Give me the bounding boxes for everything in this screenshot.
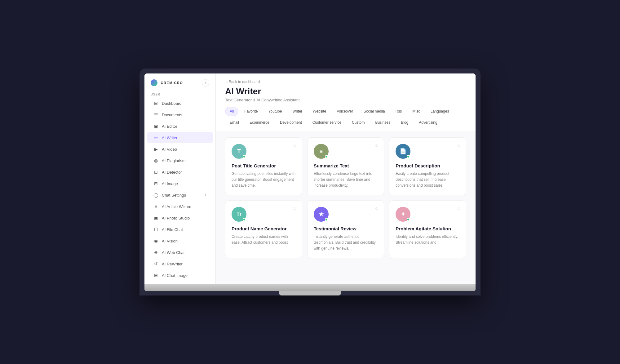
card-icon-post-title-generator: T — [232, 144, 246, 159]
logo-text: CREMICRO — [161, 81, 183, 85]
card-desc-product-description: Easily create compelling product descrip… — [396, 171, 460, 189]
sidebar-item-ai-plagiarism[interactable]: ◎ AI Plagiarism — [147, 155, 213, 166]
sidebar-item-ai-file-chat[interactable]: ☐ AI File Chat — [147, 224, 213, 235]
nav-icon-ai-vision: ◉ — [153, 238, 159, 244]
nav-icon-ai-chat-image: ⊞ — [153, 273, 159, 278]
tab-writer[interactable]: Writer — [288, 107, 307, 116]
card-active-dot-product-name-generator — [243, 218, 246, 221]
tab-languages[interactable]: Languages — [426, 107, 454, 116]
card-summarize-text[interactable]: ☆ ≡ Summarize Text Effortlessly condense… — [307, 137, 384, 195]
nav-label-ai-plagiarism: AI Plagiarism — [162, 158, 186, 163]
tab-customer-service[interactable]: Customer service — [308, 118, 346, 127]
laptop-screen: CREMICRO < USER ⊞ Dashboard ☰ Documents … — [144, 73, 476, 284]
card-active-dot-problem-agitate-solution — [407, 218, 410, 221]
card-post-title-generator[interactable]: ☆ T Post Title Generator Get captivating… — [225, 137, 302, 195]
card-title-post-title-generator: Post Title Generator — [232, 163, 296, 168]
card-icon-testimonial-review: ★ — [314, 207, 329, 222]
nav-label-ai-writer: AI Writer — [162, 135, 177, 140]
nav-label-ai-file-chat: AI File Chat — [162, 227, 183, 232]
nav-plus-chat-settings[interactable]: + — [204, 192, 207, 198]
favorite-star-problem-agitate-solution[interactable]: ☆ — [457, 206, 461, 211]
back-link[interactable]: ‹ Back to dashboard — [225, 80, 466, 84]
page-title: AI Writer — [225, 87, 466, 96]
tab-website[interactable]: Website — [308, 107, 331, 116]
card-product-name-generator[interactable]: ☆ Tr Product Name Generator Create catch… — [225, 200, 302, 258]
tabs-row-1: AllFavoriteYoutubeWriterWebsiteVoiceover… — [225, 107, 466, 116]
card-title-product-description: Product Description — [396, 163, 460, 168]
card-icon-product-name-generator: Tr — [232, 207, 246, 222]
sidebar-item-ai-rewriter[interactable]: ↺ AI ReWriter — [147, 258, 213, 269]
tab-rss[interactable]: Rss — [391, 107, 407, 116]
sidebar-item-ai-vision[interactable]: ◉ AI Vision — [147, 235, 213, 246]
favorite-star-product-name-generator[interactable]: ☆ — [293, 206, 297, 211]
card-title-product-name-generator: Product Name Generator — [232, 226, 296, 231]
sidebar-item-ai-detector[interactable]: ⊡ AI Detector — [147, 166, 213, 178]
sidebar-item-ai-web-chat[interactable]: ⊕ AI Web Chat — [147, 247, 213, 258]
card-desc-problem-agitate-solution: Identify and solve problems efficiently.… — [396, 234, 460, 246]
nav-icon-ai-file-chat: ☐ — [153, 227, 159, 232]
sidebar-collapse-button[interactable]: < — [202, 79, 209, 87]
tab-youtube[interactable]: Youtube — [264, 107, 287, 116]
sidebar-item-ai-video[interactable]: ▶ AI Video — [147, 144, 213, 155]
back-arrow-icon: ‹ — [226, 80, 228, 84]
nav-icon-ai-photo-studio: ▣ — [153, 215, 159, 221]
tab-development[interactable]: Development — [275, 118, 307, 127]
favorite-star-post-title-generator[interactable]: ☆ — [293, 143, 297, 149]
tab-social-media[interactable]: Social media — [359, 107, 390, 116]
card-problem-agitate-solution[interactable]: ☆ ✦ Problem Agitate Solution Identify an… — [389, 200, 466, 258]
favorite-star-testimonial-review[interactable]: ☆ — [374, 206, 379, 211]
nav-icon-ai-video: ▶ — [153, 146, 159, 152]
tab-voiceover[interactable]: Voiceover — [332, 107, 358, 116]
card-desc-summarize-text: Effortlessly condense large text into sh… — [314, 171, 378, 189]
card-desc-testimonial-review: Instantly generate authentic testimonial… — [314, 234, 378, 252]
nav-label-ai-image: AI Image — [162, 181, 178, 186]
sidebar-item-chat-settings[interactable]: ◯ Chat Settings + — [147, 189, 213, 201]
nav-icon-ai-writer: ✏ — [153, 135, 159, 140]
tab-all[interactable]: All — [225, 107, 238, 116]
sidebar-item-ai-article-wizard[interactable]: ≡ AI Article Wizard — [147, 201, 213, 212]
card-desc-post-title-generator: Get captivating post titles instantly wi… — [232, 171, 296, 189]
sidebar-item-ai-writer[interactable]: ✏ AI Writer — [147, 132, 213, 143]
nav-icon-documents: ☰ — [153, 112, 159, 118]
card-testimonial-review[interactable]: ☆ ★ Testimonial Review Instantly generat… — [307, 200, 384, 258]
nav-label-dashboard: Dashboard — [162, 101, 182, 106]
nav-icon-ai-article-wizard: ≡ — [153, 204, 159, 209]
main-content: ‹ Back to dashboard AI Writer Text Gener… — [216, 73, 476, 284]
sidebar-item-ai-editor[interactable]: ▣ AI Editor — [147, 121, 213, 132]
nav-label-chat-settings: Chat Settings — [162, 193, 186, 198]
nav-icon-chat-settings: ◯ — [153, 192, 159, 198]
sidebar-item-ai-photo-studio[interactable]: ▣ AI Photo Studio — [147, 212, 213, 224]
card-product-description[interactable]: ☆ 📄 Product Description Easily create co… — [389, 137, 466, 195]
nav-label-ai-web-chat: AI Web Chat — [162, 250, 184, 255]
logo: CREMICRO — [151, 79, 183, 86]
tab-misc[interactable]: Misc — [408, 107, 425, 116]
tabs-container: AllFavoriteYoutubeWriterWebsiteVoiceover… — [225, 107, 466, 131]
tab-favorite[interactable]: Favorite — [240, 107, 262, 116]
nav-label-ai-vision: AI Vision — [162, 239, 178, 243]
back-link-text: Back to dashboard — [229, 80, 260, 84]
tab-custom[interactable]: Custom — [347, 118, 369, 127]
cards-section: ☆ T Post Title Generator Get captivating… — [216, 131, 476, 264]
card-active-dot-summarize-text — [325, 155, 328, 158]
tab-business[interactable]: Business — [370, 118, 395, 127]
sidebar-item-dashboard[interactable]: ⊞ Dashboard — [147, 98, 213, 109]
nav-label-ai-photo-studio: AI Photo Studio — [162, 216, 190, 220]
laptop-bottom — [144, 284, 476, 291]
nav-items-container: ⊞ Dashboard ☰ Documents ▣ AI Editor ✏ AI… — [144, 97, 215, 281]
favorite-star-product-description[interactable]: ☆ — [457, 143, 461, 149]
sidebar-item-ai-chat-image[interactable]: ⊞ AI Chat Image — [147, 270, 213, 281]
sidebar-item-ai-image[interactable]: ⊞ AI Image — [147, 178, 213, 189]
tab-ecommerce[interactable]: Ecommerce — [245, 118, 274, 127]
nav-icon-ai-image: ⊞ — [153, 181, 159, 186]
sidebar-item-documents[interactable]: ☰ Documents — [147, 109, 213, 120]
cards-grid: ☆ T Post Title Generator Get captivating… — [225, 137, 466, 258]
nav-icon-dashboard: ⊞ — [153, 100, 159, 106]
tab-email[interactable]: Email — [225, 118, 244, 127]
tab-blog[interactable]: Blog — [396, 118, 413, 127]
card-icon-product-description: 📄 — [396, 144, 410, 159]
nav-label-ai-chat-image: AI Chat Image — [162, 273, 188, 278]
favorite-star-summarize-text[interactable]: ☆ — [374, 143, 379, 149]
nav-icon-ai-detector: ⊡ — [153, 169, 159, 175]
tab-advertising[interactable]: Advertising — [414, 118, 442, 127]
sidebar-logo: CREMICRO < — [144, 73, 215, 90]
